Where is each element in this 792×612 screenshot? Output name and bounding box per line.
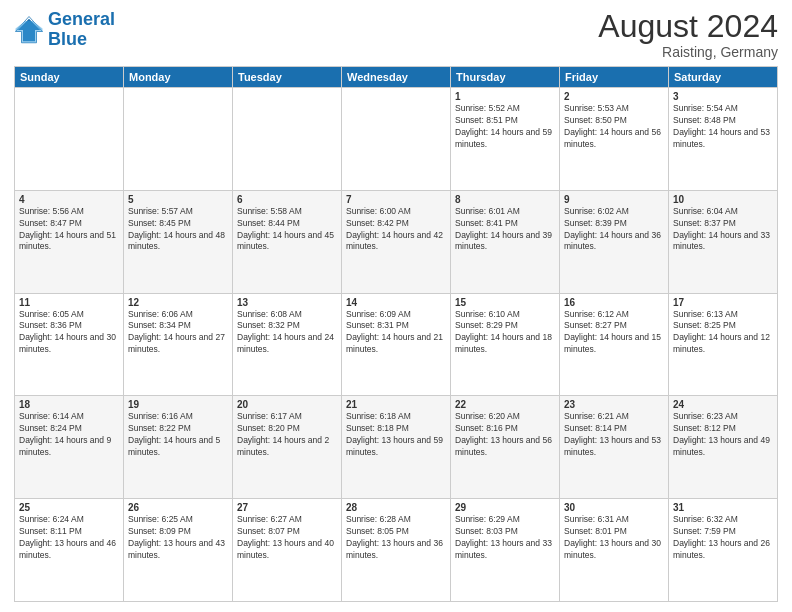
info-line: Daylight: 14 hours and 30 minutes. <box>19 332 119 356</box>
day-number: 8 <box>455 194 555 205</box>
info-line: Sunset: 8:51 PM <box>455 115 555 127</box>
calendar-cell: 22Sunrise: 6:20 AMSunset: 8:16 PMDayligh… <box>451 396 560 499</box>
calendar-cell: 16Sunrise: 6:12 AMSunset: 8:27 PMDayligh… <box>560 293 669 396</box>
info-line: Sunset: 8:18 PM <box>346 423 446 435</box>
info-line: Daylight: 14 hours and 33 minutes. <box>673 230 773 254</box>
day-number: 14 <box>346 297 446 308</box>
info-line: Sunset: 8:22 PM <box>128 423 228 435</box>
calendar-cell: 1Sunrise: 5:52 AMSunset: 8:51 PMDaylight… <box>451 88 560 191</box>
day-number: 22 <box>455 399 555 410</box>
info-line: Sunrise: 5:56 AM <box>19 206 119 218</box>
info-line: Sunset: 8:09 PM <box>128 526 228 538</box>
info-line: Sunset: 8:20 PM <box>237 423 337 435</box>
info-line: Sunrise: 5:52 AM <box>455 103 555 115</box>
day-number: 20 <box>237 399 337 410</box>
day-number: 30 <box>564 502 664 513</box>
info-line: Daylight: 14 hours and 24 minutes. <box>237 332 337 356</box>
calendar-table: Sunday Monday Tuesday Wednesday Thursday… <box>14 66 778 602</box>
day-info: Sunrise: 6:01 AMSunset: 8:41 PMDaylight:… <box>455 206 555 254</box>
info-line: Daylight: 14 hours and 21 minutes. <box>346 332 446 356</box>
info-line: Daylight: 14 hours and 15 minutes. <box>564 332 664 356</box>
info-line: Sunset: 8:44 PM <box>237 218 337 230</box>
info-line: Daylight: 13 hours and 30 minutes. <box>564 538 664 562</box>
info-line: Sunrise: 6:08 AM <box>237 309 337 321</box>
info-line: Sunset: 8:47 PM <box>19 218 119 230</box>
calendar-cell: 17Sunrise: 6:13 AMSunset: 8:25 PMDayligh… <box>669 293 778 396</box>
info-line: Daylight: 13 hours and 33 minutes. <box>455 538 555 562</box>
day-info: Sunrise: 6:21 AMSunset: 8:14 PMDaylight:… <box>564 411 664 459</box>
header: General Blue August 2024 Raisting, Germa… <box>14 10 778 60</box>
info-line: Sunrise: 6:23 AM <box>673 411 773 423</box>
day-number: 2 <box>564 91 664 102</box>
day-number: 4 <box>19 194 119 205</box>
calendar-cell: 20Sunrise: 6:17 AMSunset: 8:20 PMDayligh… <box>233 396 342 499</box>
calendar-cell: 15Sunrise: 6:10 AMSunset: 8:29 PMDayligh… <box>451 293 560 396</box>
info-line: Sunrise: 6:13 AM <box>673 309 773 321</box>
week-row-4: 18Sunrise: 6:14 AMSunset: 8:24 PMDayligh… <box>15 396 778 499</box>
info-line: Daylight: 14 hours and 45 minutes. <box>237 230 337 254</box>
info-line: Sunset: 8:34 PM <box>128 320 228 332</box>
info-line: Sunset: 8:32 PM <box>237 320 337 332</box>
day-info: Sunrise: 6:10 AMSunset: 8:29 PMDaylight:… <box>455 309 555 357</box>
calendar-cell: 21Sunrise: 6:18 AMSunset: 8:18 PMDayligh… <box>342 396 451 499</box>
day-number: 27 <box>237 502 337 513</box>
day-number: 5 <box>128 194 228 205</box>
info-line: Daylight: 14 hours and 59 minutes. <box>455 127 555 151</box>
calendar-cell: 9Sunrise: 6:02 AMSunset: 8:39 PMDaylight… <box>560 190 669 293</box>
calendar-cell: 28Sunrise: 6:28 AMSunset: 8:05 PMDayligh… <box>342 499 451 602</box>
day-number: 11 <box>19 297 119 308</box>
day-info: Sunrise: 6:12 AMSunset: 8:27 PMDaylight:… <box>564 309 664 357</box>
calendar-cell <box>342 88 451 191</box>
day-number: 25 <box>19 502 119 513</box>
calendar-cell <box>15 88 124 191</box>
info-line: Sunrise: 6:21 AM <box>564 411 664 423</box>
main-title: August 2024 <box>598 10 778 42</box>
calendar-cell: 6Sunrise: 5:58 AMSunset: 8:44 PMDaylight… <box>233 190 342 293</box>
info-line: Sunset: 8:01 PM <box>564 526 664 538</box>
col-sunday: Sunday <box>15 67 124 88</box>
day-info: Sunrise: 6:14 AMSunset: 8:24 PMDaylight:… <box>19 411 119 459</box>
info-line: Daylight: 13 hours and 40 minutes. <box>237 538 337 562</box>
day-number: 3 <box>673 91 773 102</box>
calendar-cell: 13Sunrise: 6:08 AMSunset: 8:32 PMDayligh… <box>233 293 342 396</box>
info-line: Sunset: 8:50 PM <box>564 115 664 127</box>
day-info: Sunrise: 6:29 AMSunset: 8:03 PMDaylight:… <box>455 514 555 562</box>
info-line: Sunrise: 6:06 AM <box>128 309 228 321</box>
info-line: Sunrise: 6:00 AM <box>346 206 446 218</box>
day-number: 10 <box>673 194 773 205</box>
day-number: 1 <box>455 91 555 102</box>
info-line: Sunset: 8:24 PM <box>19 423 119 435</box>
info-line: Daylight: 14 hours and 27 minutes. <box>128 332 228 356</box>
day-info: Sunrise: 6:23 AMSunset: 8:12 PMDaylight:… <box>673 411 773 459</box>
info-line: Sunrise: 5:54 AM <box>673 103 773 115</box>
info-line: Sunset: 8:31 PM <box>346 320 446 332</box>
day-info: Sunrise: 6:06 AMSunset: 8:34 PMDaylight:… <box>128 309 228 357</box>
day-info: Sunrise: 6:09 AMSunset: 8:31 PMDaylight:… <box>346 309 446 357</box>
day-number: 23 <box>564 399 664 410</box>
info-line: Daylight: 14 hours and 39 minutes. <box>455 230 555 254</box>
day-info: Sunrise: 6:28 AMSunset: 8:05 PMDaylight:… <box>346 514 446 562</box>
calendar-cell: 12Sunrise: 6:06 AMSunset: 8:34 PMDayligh… <box>124 293 233 396</box>
day-info: Sunrise: 6:27 AMSunset: 8:07 PMDaylight:… <box>237 514 337 562</box>
info-line: Sunset: 8:39 PM <box>564 218 664 230</box>
info-line: Sunset: 8:27 PM <box>564 320 664 332</box>
info-line: Daylight: 14 hours and 36 minutes. <box>564 230 664 254</box>
info-line: Sunrise: 6:10 AM <box>455 309 555 321</box>
logo: General Blue <box>14 10 115 50</box>
calendar-cell: 27Sunrise: 6:27 AMSunset: 8:07 PMDayligh… <box>233 499 342 602</box>
day-info: Sunrise: 6:32 AMSunset: 7:59 PMDaylight:… <box>673 514 773 562</box>
calendar-cell: 19Sunrise: 6:16 AMSunset: 8:22 PMDayligh… <box>124 396 233 499</box>
info-line: Sunset: 8:07 PM <box>237 526 337 538</box>
calendar-cell: 25Sunrise: 6:24 AMSunset: 8:11 PMDayligh… <box>15 499 124 602</box>
info-line: Daylight: 14 hours and 18 minutes. <box>455 332 555 356</box>
info-line: Daylight: 14 hours and 56 minutes. <box>564 127 664 151</box>
logo-icon <box>14 15 44 45</box>
calendar-cell <box>233 88 342 191</box>
info-line: Daylight: 14 hours and 51 minutes. <box>19 230 119 254</box>
day-number: 26 <box>128 502 228 513</box>
calendar-cell: 11Sunrise: 6:05 AMSunset: 8:36 PMDayligh… <box>15 293 124 396</box>
info-line: Sunset: 8:45 PM <box>128 218 228 230</box>
week-row-3: 11Sunrise: 6:05 AMSunset: 8:36 PMDayligh… <box>15 293 778 396</box>
subtitle: Raisting, Germany <box>598 44 778 60</box>
calendar-cell: 8Sunrise: 6:01 AMSunset: 8:41 PMDaylight… <box>451 190 560 293</box>
